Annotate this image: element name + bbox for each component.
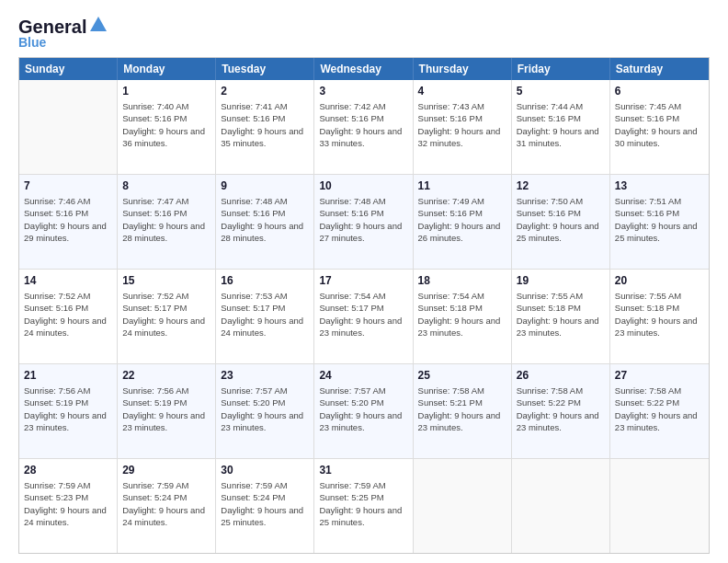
cell-info: Sunrise: 7:48 AMSunset: 5:16 PMDaylight:…	[319, 195, 407, 244]
cal-cell: 25Sunrise: 7:58 AMSunset: 5:21 PMDayligh…	[414, 364, 512, 458]
cell-info: Sunrise: 7:48 AMSunset: 5:16 PMDaylight:…	[221, 195, 309, 244]
cal-cell: 2Sunrise: 7:41 AMSunset: 5:16 PMDaylight…	[216, 80, 314, 174]
day-number: 25	[418, 368, 506, 383]
header: General Blue	[18, 17, 710, 50]
day-number: 5	[517, 84, 605, 98]
cal-cell: 31Sunrise: 7:59 AMSunset: 5:25 PMDayligh…	[314, 459, 413, 553]
week-row-5: 28Sunrise: 7:59 AMSunset: 5:23 PMDayligh…	[19, 459, 709, 553]
day-number: 20	[615, 273, 704, 288]
cell-info: Sunrise: 7:54 AMSunset: 5:18 PMDaylight:…	[418, 290, 506, 339]
weekday-header-thursday: Thursday	[414, 58, 512, 80]
cell-info: Sunrise: 7:49 AMSunset: 5:16 PMDaylight:…	[418, 195, 506, 244]
week-row-3: 14Sunrise: 7:52 AMSunset: 5:16 PMDayligh…	[19, 270, 709, 364]
cell-info: Sunrise: 7:44 AMSunset: 5:16 PMDaylight:…	[517, 100, 605, 149]
cal-cell: 16Sunrise: 7:53 AMSunset: 5:17 PMDayligh…	[216, 270, 314, 363]
cell-info: Sunrise: 7:53 AMSunset: 5:17 PMDaylight:…	[221, 290, 309, 339]
calendar-body: 1Sunrise: 7:40 AMSunset: 5:16 PMDaylight…	[19, 80, 709, 553]
day-number: 31	[319, 463, 407, 477]
day-number: 18	[418, 273, 506, 288]
cell-info: Sunrise: 7:52 AMSunset: 5:17 PMDaylight:…	[122, 290, 210, 339]
cell-info: Sunrise: 7:40 AMSunset: 5:16 PMDaylight:…	[122, 100, 210, 149]
day-number: 30	[221, 463, 309, 477]
cal-cell: 4Sunrise: 7:43 AMSunset: 5:16 PMDaylight…	[414, 80, 512, 174]
day-number: 7	[24, 178, 112, 193]
logo: General Blue	[18, 17, 108, 50]
cal-cell: 26Sunrise: 7:58 AMSunset: 5:22 PMDayligh…	[512, 364, 610, 458]
day-number: 17	[319, 273, 407, 288]
cal-cell: 18Sunrise: 7:54 AMSunset: 5:18 PMDayligh…	[414, 270, 512, 363]
logo-icon	[88, 15, 108, 35]
cell-info: Sunrise: 7:57 AMSunset: 5:20 PMDaylight:…	[319, 385, 407, 433]
cell-info: Sunrise: 7:46 AMSunset: 5:16 PMDaylight:…	[24, 195, 112, 244]
weekday-header-saturday: Saturday	[610, 58, 709, 80]
cell-info: Sunrise: 7:56 AMSunset: 5:19 PMDaylight:…	[24, 385, 112, 433]
cal-cell	[512, 459, 610, 553]
day-number: 26	[517, 368, 605, 383]
logo-general: General	[18, 17, 86, 37]
day-number: 22	[122, 368, 210, 383]
cal-cell: 17Sunrise: 7:54 AMSunset: 5:17 PMDayligh…	[314, 270, 413, 363]
cal-cell	[19, 80, 118, 174]
weekday-header-friday: Friday	[512, 58, 610, 80]
day-number: 27	[615, 368, 704, 383]
cell-info: Sunrise: 7:59 AMSunset: 5:24 PMDaylight:…	[122, 479, 210, 528]
cell-info: Sunrise: 7:52 AMSunset: 5:16 PMDaylight:…	[24, 290, 112, 339]
day-number: 8	[122, 178, 210, 193]
cell-info: Sunrise: 7:41 AMSunset: 5:16 PMDaylight:…	[221, 100, 309, 149]
cell-info: Sunrise: 7:51 AMSunset: 5:16 PMDaylight:…	[615, 195, 704, 244]
cell-info: Sunrise: 7:50 AMSunset: 5:16 PMDaylight:…	[517, 195, 605, 244]
cell-info: Sunrise: 7:47 AMSunset: 5:16 PMDaylight:…	[122, 195, 210, 244]
day-number: 1	[122, 84, 210, 98]
cell-info: Sunrise: 7:59 AMSunset: 5:24 PMDaylight:…	[221, 479, 309, 528]
cal-cell: 21Sunrise: 7:56 AMSunset: 5:19 PMDayligh…	[19, 364, 118, 458]
day-number: 15	[122, 273, 210, 288]
day-number: 29	[122, 463, 210, 477]
weekday-header-tuesday: Tuesday	[216, 58, 314, 80]
calendar-header: SundayMondayTuesdayWednesdayThursdayFrid…	[19, 58, 709, 80]
cal-cell: 3Sunrise: 7:42 AMSunset: 5:16 PMDaylight…	[314, 80, 413, 174]
day-number: 2	[221, 84, 309, 98]
cal-cell: 19Sunrise: 7:55 AMSunset: 5:18 PMDayligh…	[512, 270, 610, 363]
cal-cell	[610, 459, 709, 553]
cal-cell: 1Sunrise: 7:40 AMSunset: 5:16 PMDaylight…	[118, 80, 216, 174]
cal-cell: 14Sunrise: 7:52 AMSunset: 5:16 PMDayligh…	[19, 270, 118, 363]
cal-cell: 7Sunrise: 7:46 AMSunset: 5:16 PMDaylight…	[19, 175, 118, 269]
cal-cell: 20Sunrise: 7:55 AMSunset: 5:18 PMDayligh…	[610, 270, 709, 363]
day-number: 6	[615, 84, 704, 98]
cell-info: Sunrise: 7:43 AMSunset: 5:16 PMDaylight:…	[418, 100, 506, 149]
cal-cell: 6Sunrise: 7:45 AMSunset: 5:16 PMDaylight…	[610, 80, 709, 174]
cal-cell: 13Sunrise: 7:51 AMSunset: 5:16 PMDayligh…	[610, 175, 709, 269]
cell-info: Sunrise: 7:54 AMSunset: 5:17 PMDaylight:…	[319, 290, 407, 339]
day-number: 21	[24, 368, 112, 383]
cell-info: Sunrise: 7:59 AMSunset: 5:23 PMDaylight:…	[24, 479, 112, 528]
cell-info: Sunrise: 7:59 AMSunset: 5:25 PMDaylight:…	[319, 479, 407, 528]
cal-cell: 15Sunrise: 7:52 AMSunset: 5:17 PMDayligh…	[118, 270, 216, 363]
day-number: 3	[319, 84, 407, 98]
svg-marker-0	[90, 17, 107, 31]
cell-info: Sunrise: 7:57 AMSunset: 5:20 PMDaylight:…	[221, 385, 309, 433]
page: General Blue SundayMondayTuesdayWednesda…	[0, 0, 728, 563]
week-row-1: 1Sunrise: 7:40 AMSunset: 5:16 PMDaylight…	[19, 80, 709, 175]
day-number: 28	[24, 463, 112, 477]
day-number: 12	[517, 178, 605, 193]
cell-info: Sunrise: 7:42 AMSunset: 5:16 PMDaylight:…	[319, 100, 407, 149]
day-number: 11	[418, 178, 506, 193]
cell-info: Sunrise: 7:55 AMSunset: 5:18 PMDaylight:…	[615, 290, 704, 339]
cell-info: Sunrise: 7:56 AMSunset: 5:19 PMDaylight:…	[122, 385, 210, 433]
cell-info: Sunrise: 7:55 AMSunset: 5:18 PMDaylight:…	[517, 290, 605, 339]
cell-info: Sunrise: 7:58 AMSunset: 5:21 PMDaylight:…	[418, 385, 506, 433]
logo-blue: Blue	[18, 35, 46, 50]
day-number: 19	[517, 273, 605, 288]
cal-cell: 10Sunrise: 7:48 AMSunset: 5:16 PMDayligh…	[314, 175, 413, 269]
day-number: 16	[221, 273, 309, 288]
cell-info: Sunrise: 7:58 AMSunset: 5:22 PMDaylight:…	[517, 385, 605, 433]
day-number: 10	[319, 178, 407, 193]
cal-cell: 12Sunrise: 7:50 AMSunset: 5:16 PMDayligh…	[512, 175, 610, 269]
day-number: 9	[221, 178, 309, 193]
cell-info: Sunrise: 7:45 AMSunset: 5:16 PMDaylight:…	[615, 100, 704, 149]
cal-cell: 30Sunrise: 7:59 AMSunset: 5:24 PMDayligh…	[216, 459, 314, 553]
weekday-header-monday: Monday	[118, 58, 216, 80]
day-number: 13	[615, 178, 704, 193]
cal-cell: 28Sunrise: 7:59 AMSunset: 5:23 PMDayligh…	[19, 459, 118, 553]
calendar: SundayMondayTuesdayWednesdayThursdayFrid…	[18, 57, 710, 554]
